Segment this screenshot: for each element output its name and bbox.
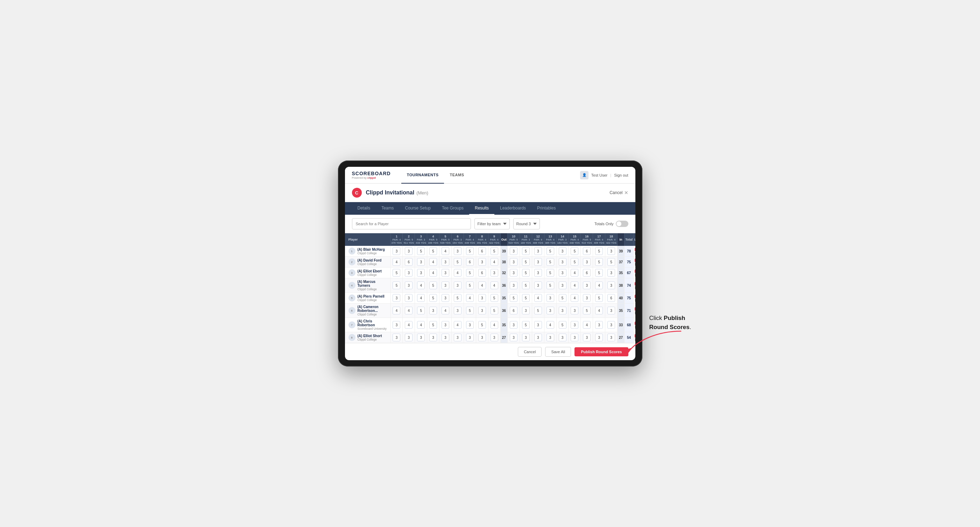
score-input-h9[interactable]: [490, 247, 498, 255]
totals-toggle-switch[interactable]: [616, 221, 628, 227]
score-input-h9[interactable]: [490, 321, 498, 329]
score-input-h16[interactable]: [583, 269, 590, 276]
score-input-h8[interactable]: [478, 247, 486, 255]
filter-team-select[interactable]: Filter by team: [474, 218, 510, 229]
cancel-tournament-button[interactable]: Cancel ✕: [609, 190, 628, 195]
score-input-h2[interactable]: [405, 247, 412, 255]
score-input-h10[interactable]: [510, 281, 517, 289]
score-input-h10[interactable]: [510, 258, 517, 266]
score-input-h16[interactable]: [583, 307, 590, 314]
tab-tee-groups[interactable]: Tee Groups: [436, 202, 469, 215]
score-input-h3[interactable]: [417, 333, 425, 341]
dq-badge[interactable]: DQ: [635, 286, 635, 290]
score-input-h13[interactable]: [547, 269, 554, 276]
score-input-h4[interactable]: [429, 333, 437, 341]
score-input-h14[interactable]: [559, 269, 566, 276]
score-input-h17[interactable]: [595, 307, 603, 314]
score-input-h5[interactable]: [442, 247, 449, 255]
score-input-h13[interactable]: [547, 321, 554, 329]
dq-badge[interactable]: DQ: [635, 273, 635, 277]
score-input-h16[interactable]: [583, 247, 590, 255]
dq-badge[interactable]: DQ: [635, 298, 635, 302]
score-input-h4[interactable]: [429, 247, 437, 255]
score-input-h16[interactable]: [583, 258, 590, 266]
score-input-h8[interactable]: [478, 294, 486, 302]
score-input-h6[interactable]: [454, 258, 461, 266]
score-input-h12[interactable]: [534, 307, 542, 314]
score-input-h16[interactable]: [583, 294, 590, 302]
score-input-h6[interactable]: [454, 307, 461, 314]
score-input-h13[interactable]: [547, 247, 554, 255]
tab-printables[interactable]: Printables: [531, 202, 561, 215]
score-input-h11[interactable]: [522, 333, 530, 341]
score-input-h14[interactable]: [559, 281, 566, 289]
score-input-h15[interactable]: [571, 333, 578, 341]
score-input-h3[interactable]: [417, 258, 425, 266]
score-input-h7[interactable]: [466, 294, 474, 302]
score-input-h3[interactable]: [417, 307, 425, 314]
score-input-h6[interactable]: [454, 247, 461, 255]
score-input-h11[interactable]: [522, 321, 530, 329]
search-input[interactable]: [352, 218, 471, 229]
score-input-h15[interactable]: [571, 258, 578, 266]
score-input-h16[interactable]: [583, 333, 590, 341]
score-input-h18[interactable]: [608, 321, 615, 329]
score-input-h18[interactable]: [608, 269, 615, 276]
tab-teams[interactable]: Teams: [376, 202, 399, 215]
score-input-h2[interactable]: [405, 321, 412, 329]
score-input-h14[interactable]: [559, 258, 566, 266]
score-input-h4[interactable]: [429, 294, 437, 302]
round-select[interactable]: Round 3: [513, 218, 540, 229]
score-input-h5[interactable]: [442, 269, 449, 276]
score-input-h8[interactable]: [478, 258, 486, 266]
score-input-h4[interactable]: [429, 258, 437, 266]
score-input-h17[interactable]: [595, 258, 603, 266]
save-all-button[interactable]: Save All: [545, 347, 571, 357]
score-input-h17[interactable]: [595, 294, 603, 302]
nav-teams[interactable]: TEAMS: [444, 167, 469, 184]
score-input-h13[interactable]: [547, 294, 554, 302]
score-input-h11[interactable]: [522, 294, 530, 302]
score-input-h13[interactable]: [547, 258, 554, 266]
score-input-h17[interactable]: [595, 269, 603, 276]
wd-badge[interactable]: WD: [635, 248, 635, 251]
score-input-h15[interactable]: [571, 281, 578, 289]
score-input-h16[interactable]: [583, 281, 590, 289]
score-input-h3[interactable]: [417, 247, 425, 255]
score-input-h9[interactable]: [490, 307, 498, 314]
score-input-h7[interactable]: [466, 333, 474, 341]
score-input-h11[interactable]: [522, 269, 530, 276]
score-input-h14[interactable]: [559, 294, 566, 302]
score-input-h5[interactable]: [442, 307, 449, 314]
score-input-h6[interactable]: [454, 333, 461, 341]
score-input-h13[interactable]: [547, 281, 554, 289]
score-input-h18[interactable]: [608, 247, 615, 255]
score-input-h10[interactable]: [510, 294, 517, 302]
score-input-h1[interactable]: [393, 258, 400, 266]
score-input-h2[interactable]: [405, 307, 412, 314]
score-input-h14[interactable]: [559, 321, 566, 329]
score-input-h8[interactable]: [478, 321, 486, 329]
score-input-h10[interactable]: [510, 321, 517, 329]
score-input-h1[interactable]: [393, 269, 400, 276]
score-input-h18[interactable]: [608, 258, 615, 266]
score-input-h17[interactable]: [595, 333, 603, 341]
dq-badge[interactable]: DQ: [635, 262, 635, 266]
score-input-h15[interactable]: [571, 294, 578, 302]
score-input-h5[interactable]: [442, 321, 449, 329]
score-input-h8[interactable]: [478, 307, 486, 314]
score-input-h1[interactable]: [393, 333, 400, 341]
score-input-h9[interactable]: [490, 294, 498, 302]
score-input-h1[interactable]: [393, 247, 400, 255]
score-input-h8[interactable]: [478, 281, 486, 289]
nav-tournaments[interactable]: TOURNAMENTS: [401, 167, 444, 184]
score-input-h3[interactable]: [417, 321, 425, 329]
sign-out-link[interactable]: Sign out: [614, 173, 628, 177]
score-input-h12[interactable]: [534, 281, 542, 289]
score-input-h8[interactable]: [478, 269, 486, 276]
score-input-h3[interactable]: [417, 269, 425, 276]
score-input-h12[interactable]: [534, 321, 542, 329]
wd-badge[interactable]: WD: [635, 282, 635, 286]
tab-course-setup[interactable]: Course Setup: [399, 202, 436, 215]
score-input-h4[interactable]: [429, 281, 437, 289]
